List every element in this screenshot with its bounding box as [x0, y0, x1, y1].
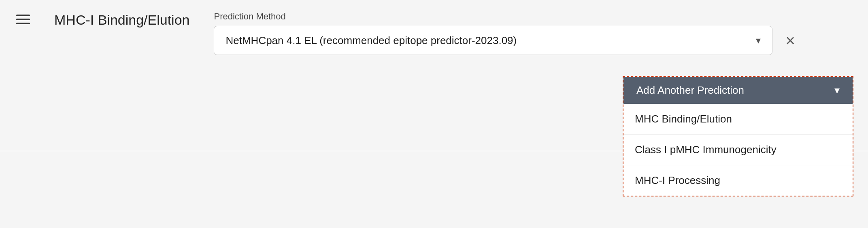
add-prediction-button-label: Add Another Prediction [636, 84, 744, 97]
page-title: MHC-I Binding/Elution [54, 12, 189, 28]
menu-item-mhc-binding[interactable]: MHC Binding/Elution [623, 104, 853, 135]
chevron-down-icon: ▾ [756, 35, 761, 46]
prediction-method-label: Prediction Method [214, 11, 852, 22]
add-prediction-caret-icon: ▾ [834, 84, 840, 97]
dropdown-row: NetMHCpan 4.1 EL (recommended epitope pr… [214, 26, 852, 55]
menu-item-class-i-pmhc[interactable]: Class I pMHC Immunogenicity [623, 135, 853, 165]
prediction-method-select[interactable]: NetMHCpan 4.1 EL (recommended epitope pr… [214, 26, 772, 55]
close-icon[interactable]: × [782, 31, 798, 50]
add-prediction-dropdown-container: Add Another Prediction ▾ MHC Binding/Elu… [623, 76, 853, 196]
prediction-method-section: Prediction Method NetMHCpan 4.1 EL (reco… [214, 11, 852, 55]
main-container: MHC-I Binding/Elution Prediction Method … [0, 0, 868, 228]
add-another-prediction-button[interactable]: Add Another Prediction ▾ [623, 77, 853, 104]
hamburger-menu-icon[interactable] [16, 15, 30, 24]
header-area: MHC-I Binding/Elution Prediction Method … [0, 0, 868, 55]
add-prediction-dropdown-menu: MHC Binding/Elution Class I pMHC Immunog… [623, 104, 853, 196]
prediction-method-selected-value: NetMHCpan 4.1 EL (recommended epitope pr… [226, 34, 517, 47]
menu-item-mhc-i-processing[interactable]: MHC-I Processing [623, 165, 853, 196]
